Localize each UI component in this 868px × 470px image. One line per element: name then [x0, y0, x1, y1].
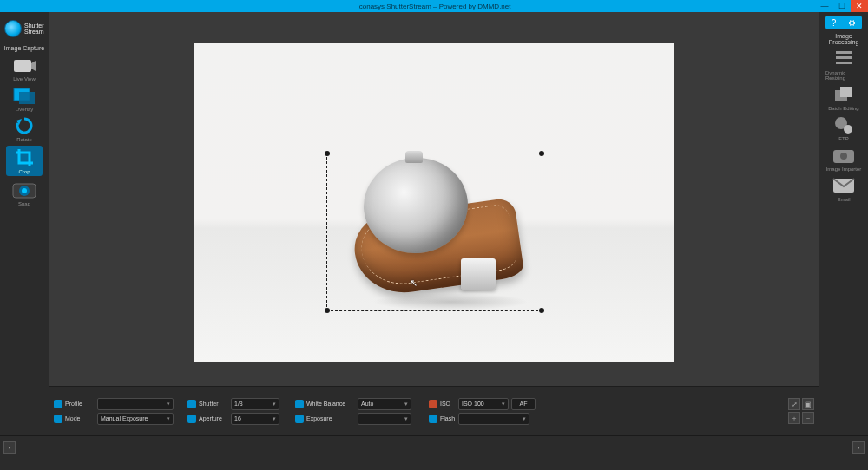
iso-label: ISO — [440, 401, 456, 407]
view-100-button[interactable]: ▣ — [802, 398, 814, 410]
mode-select[interactable]: Manual Exposure▾ — [97, 413, 174, 425]
iso-select[interactable]: ISO 100▾ — [458, 398, 509, 410]
svg-rect-10 — [836, 62, 852, 64]
wb-label: White Balance — [306, 401, 355, 407]
exposure-chip-icon — [295, 415, 304, 423]
logo-text: ShutterStream — [24, 23, 44, 35]
tool-image-importer[interactable]: Image Importer — [825, 145, 862, 172]
crop-handle-sw[interactable] — [325, 308, 330, 313]
app-logo: ShutterStream — [4, 16, 44, 42]
titlebar: Iconasys ShutterStream – Powered by DMMD… — [0, 0, 868, 12]
help-icon[interactable]: ? — [832, 18, 837, 28]
resize-icon — [831, 49, 857, 69]
app-title: Iconasys ShutterStream – Powered by DMMD… — [358, 3, 511, 10]
scroll-right-button[interactable]: › — [852, 441, 865, 454]
profile-chip-icon — [54, 400, 62, 408]
settings-gear-icon[interactable]: ⚙ — [848, 18, 856, 28]
logo-icon — [4, 20, 22, 37]
shutter-label: Shutter — [199, 401, 228, 407]
shutter-chip-icon — [187, 400, 196, 408]
tool-batch-editing[interactable]: Batch Editing — [825, 84, 862, 111]
svg-rect-9 — [836, 56, 852, 59]
wb-select[interactable]: Auto▾ — [358, 398, 411, 410]
camera-controls-bar: Profile ▾ Mode Manual Exposure▾ Shutter … — [49, 386, 819, 435]
right-panel-heading: Image Processing — [819, 33, 868, 45]
tool-live-view[interactable]: Live View — [6, 55, 43, 82]
svg-rect-12 — [840, 87, 852, 97]
tool-overlay[interactable]: Overlay — [6, 85, 43, 112]
tool-crop[interactable]: Crop — [6, 146, 43, 176]
svg-rect-8 — [836, 51, 852, 54]
wb-chip-icon — [295, 400, 304, 408]
flash-chip-icon — [429, 415, 437, 423]
scroll-left-button[interactable]: ‹ — [3, 441, 16, 454]
mode-label: Mode — [65, 415, 95, 421]
batch-icon — [831, 84, 857, 105]
maximize-button[interactable]: ☐ — [833, 0, 851, 12]
mode-chip-icon — [54, 415, 62, 423]
crop-marquee[interactable] — [326, 153, 542, 311]
tool-snap[interactable]: Snap — [6, 180, 43, 206]
af-button[interactable]: AF — [511, 398, 536, 410]
svg-rect-3 — [19, 92, 35, 104]
tool-email[interactable]: Email — [825, 175, 862, 202]
svg-point-16 — [840, 153, 847, 160]
svg-marker-1 — [31, 61, 36, 71]
close-button[interactable]: ✕ — [851, 0, 868, 12]
crop-icon — [11, 147, 37, 168]
shutter-select[interactable]: 1/8▾ — [231, 398, 279, 410]
flash-select[interactable]: ▾ — [458, 413, 529, 425]
exposure-select[interactable]: ▾ — [358, 413, 411, 425]
view-zoom-in-button[interactable]: ＋ — [788, 412, 800, 424]
import-icon — [831, 145, 857, 166]
view-zoom-out-button[interactable]: － — [802, 412, 814, 424]
right-panel-top-buttons: ? ⚙ — [825, 16, 862, 29]
thumbnail-strip: ‹ › — [0, 435, 868, 459]
camera-icon — [11, 55, 37, 75]
svg-rect-0 — [14, 60, 31, 72]
left-panel: ShutterStream Image Capture Live View Ov… — [0, 12, 49, 435]
right-panel: ? ⚙ Image Processing Dynamic Resizing Ba… — [819, 12, 868, 435]
aperture-chip-icon — [187, 415, 196, 423]
overlay-icon — [11, 85, 37, 106]
aperture-label: Aperture — [199, 415, 228, 421]
minimize-button[interactable]: — — [816, 0, 833, 12]
rotate-icon — [11, 115, 37, 136]
tool-dynamic-resizing[interactable]: Dynamic Resizing — [825, 49, 862, 81]
tool-rotate[interactable]: Rotate — [6, 115, 43, 142]
view-fit-button[interactable]: ⤢ — [788, 398, 800, 410]
profile-label: Profile — [65, 401, 95, 407]
center-panel: ↖ Profile ▾ Mode Manual Exposure▾ — [49, 12, 819, 435]
flash-label: Flash — [440, 415, 456, 421]
svg-point-7 — [22, 188, 27, 193]
image-canvas[interactable]: ↖ — [194, 43, 674, 362]
exposure-label: Exposure — [306, 415, 355, 421]
left-panel-heading: Image Capture — [0, 45, 49, 51]
view-mode-grid: ⤢ ▣ ＋ － — [788, 398, 814, 424]
crop-handle-nw[interactable] — [325, 151, 330, 156]
tool-ftp[interactable]: FTP — [825, 114, 862, 141]
profile-select[interactable]: ▾ — [97, 398, 174, 410]
ftp-icon — [831, 114, 857, 135]
email-icon — [831, 175, 857, 196]
aperture-select[interactable]: 16▾ — [231, 413, 279, 425]
crop-handle-ne[interactable] — [539, 151, 544, 156]
svg-point-14 — [844, 125, 852, 134]
snap-icon — [11, 180, 37, 200]
crop-handle-se[interactable] — [539, 308, 544, 313]
iso-chip-icon — [429, 400, 437, 408]
